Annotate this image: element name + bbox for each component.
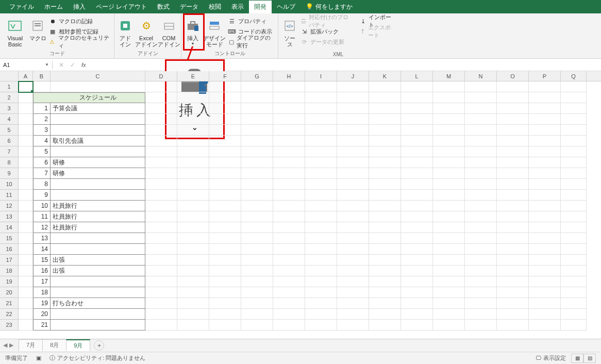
- cell[interactable]: [401, 114, 433, 125]
- cell[interactable]: [561, 320, 587, 330]
- cell[interactable]: [401, 255, 433, 266]
- cell[interactable]: [497, 244, 529, 255]
- cell[interactable]: 16: [33, 266, 51, 276]
- cell[interactable]: [433, 222, 465, 233]
- col-header-F[interactable]: F: [209, 71, 241, 81]
- cell[interactable]: [19, 244, 33, 255]
- cell[interactable]: [51, 81, 145, 92]
- row-header[interactable]: 23: [0, 320, 19, 330]
- cell[interactable]: [145, 211, 177, 222]
- cell[interactable]: [51, 233, 145, 244]
- cell[interactable]: スケジュール: [51, 92, 145, 103]
- cell[interactable]: 19: [33, 298, 51, 309]
- row-header[interactable]: 1: [0, 81, 19, 92]
- row-header[interactable]: 16: [0, 244, 19, 255]
- cell[interactable]: [19, 157, 33, 168]
- cell[interactable]: [561, 266, 587, 276]
- cell[interactable]: [177, 287, 209, 298]
- record-macro-button[interactable]: ⏺マクロの記録: [48, 16, 111, 26]
- cell[interactable]: [51, 146, 145, 157]
- cell[interactable]: [51, 320, 145, 330]
- cell[interactable]: [145, 201, 177, 211]
- run-dialog-button[interactable]: ▢ダイアログの実行: [228, 37, 275, 46]
- cell[interactable]: 1: [33, 103, 51, 114]
- row-header[interactable]: 8: [0, 157, 19, 168]
- cell[interactable]: [561, 211, 587, 222]
- cell[interactable]: [19, 222, 33, 233]
- cell[interactable]: [19, 201, 33, 211]
- cell[interactable]: [561, 190, 587, 201]
- menu-tab-表示[interactable]: 表示: [226, 1, 249, 13]
- cell[interactable]: [145, 255, 177, 266]
- cell[interactable]: [369, 276, 401, 287]
- cell[interactable]: [51, 244, 145, 255]
- cell[interactable]: [497, 168, 529, 179]
- cell[interactable]: [241, 190, 273, 201]
- visual-basic-button[interactable]: Visual Basic: [3, 15, 27, 47]
- cell[interactable]: [19, 179, 33, 190]
- cell[interactable]: [529, 233, 561, 244]
- cell[interactable]: [561, 309, 587, 320]
- col-header-A[interactable]: A: [19, 71, 33, 81]
- cell[interactable]: [337, 136, 369, 146]
- cell[interactable]: [497, 222, 529, 233]
- cell[interactable]: [177, 146, 209, 157]
- cell[interactable]: [19, 114, 33, 125]
- cell[interactable]: [305, 222, 337, 233]
- cell[interactable]: [337, 222, 369, 233]
- cell[interactable]: [241, 211, 273, 222]
- cell[interactable]: [209, 233, 241, 244]
- cell[interactable]: [529, 103, 561, 114]
- cell[interactable]: [465, 157, 497, 168]
- cell[interactable]: [369, 125, 401, 136]
- excel-addin-button[interactable]: ⚙ Excel アドイン: [136, 15, 157, 47]
- cell[interactable]: [273, 211, 305, 222]
- cell[interactable]: 15: [33, 255, 51, 266]
- cell[interactable]: [273, 233, 305, 244]
- cell[interactable]: [433, 190, 465, 201]
- row-header[interactable]: 9: [0, 168, 19, 179]
- menu-tab-データ[interactable]: データ: [175, 1, 204, 13]
- cell[interactable]: [19, 287, 33, 298]
- cell[interactable]: [145, 92, 177, 103]
- cell[interactable]: [337, 255, 369, 266]
- cell[interactable]: [177, 255, 209, 266]
- cell[interactable]: [209, 287, 241, 298]
- cell[interactable]: [145, 233, 177, 244]
- cell[interactable]: [561, 103, 587, 114]
- cell[interactable]: [209, 190, 241, 201]
- cell[interactable]: [561, 81, 587, 92]
- cell[interactable]: 取引先会議: [51, 136, 145, 146]
- cell[interactable]: [401, 201, 433, 211]
- cell[interactable]: [433, 201, 465, 211]
- cell[interactable]: [209, 168, 241, 179]
- cell[interactable]: [433, 146, 465, 157]
- cell[interactable]: 14: [33, 244, 51, 255]
- cell[interactable]: [305, 233, 337, 244]
- cell[interactable]: [305, 103, 337, 114]
- cell[interactable]: [529, 201, 561, 211]
- cell[interactable]: [529, 136, 561, 146]
- col-header-J[interactable]: J: [337, 71, 369, 81]
- cell[interactable]: [529, 114, 561, 125]
- design-mode-button[interactable]: デザイン モード: [203, 15, 226, 47]
- cell[interactable]: [337, 298, 369, 309]
- cell[interactable]: [433, 157, 465, 168]
- cell[interactable]: [273, 168, 305, 179]
- cell[interactable]: [209, 244, 241, 255]
- cell[interactable]: [401, 179, 433, 190]
- cell[interactable]: [209, 179, 241, 190]
- cell[interactable]: [145, 114, 177, 125]
- cell[interactable]: [401, 309, 433, 320]
- cell[interactable]: [369, 244, 401, 255]
- cell[interactable]: [433, 233, 465, 244]
- cell[interactable]: [145, 103, 177, 114]
- cell[interactable]: [145, 136, 177, 146]
- cell[interactable]: [209, 114, 241, 125]
- cell[interactable]: [465, 136, 497, 146]
- cell[interactable]: [241, 266, 273, 276]
- cell[interactable]: [401, 157, 433, 168]
- col-header-E[interactable]: E: [177, 71, 209, 81]
- cell[interactable]: [369, 168, 401, 179]
- cell[interactable]: [209, 146, 241, 157]
